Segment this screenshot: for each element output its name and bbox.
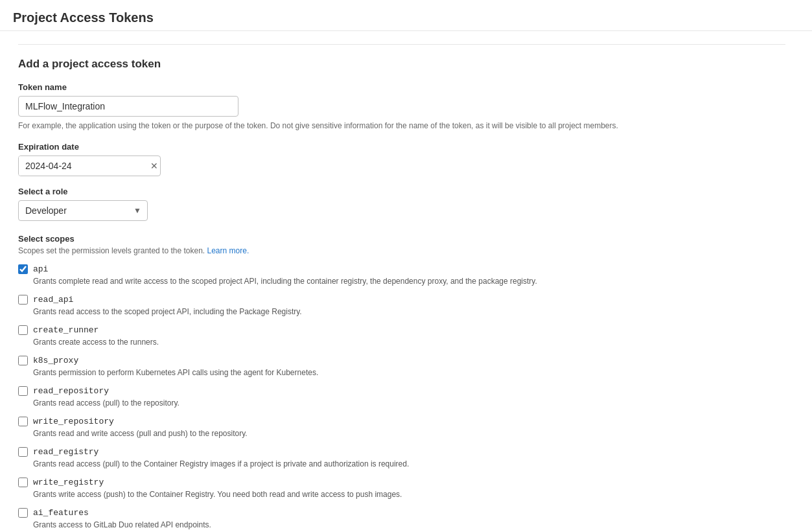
scope-label-api[interactable]: api: [33, 264, 48, 274]
scope-row-api: api: [18, 264, 785, 274]
scope-desc-create-runner: Grants create access to the runners.: [33, 336, 785, 348]
scope-item-read-api: read_api Grants read access to the scope…: [18, 295, 785, 317]
scope-label-read-registry[interactable]: read_registry: [33, 447, 99, 457]
scope-checkbox-ai-features[interactable]: [18, 508, 28, 518]
token-name-input[interactable]: [18, 96, 238, 117]
scope-label-write-repository[interactable]: write_repository: [33, 417, 114, 426]
scope-row-ai-features: ai_features: [18, 508, 785, 518]
role-group: Select a role Guest Reporter Developer M…: [18, 187, 785, 221]
scope-item-write-registry: write_registry Grants write access (push…: [18, 478, 785, 500]
scope-desc-read-registry: Grants read access (pull) to the Contain…: [33, 458, 785, 470]
scope-row-read-registry: read_registry: [18, 447, 785, 457]
divider: [18, 44, 785, 45]
scope-item-api: api Grants complete read and write acces…: [18, 264, 785, 287]
section-title: Add a project access token: [18, 58, 785, 71]
scope-row-read-repository: read_repository: [18, 386, 785, 396]
scope-checkbox-write-registry[interactable]: [18, 478, 28, 487]
expiration-date-group: Expiration date ✕: [18, 142, 785, 176]
expiration-date-input[interactable]: [19, 156, 145, 176]
scopes-section: Select scopes Scopes set the permission …: [18, 234, 785, 530]
scope-desc-read-repository: Grants read access (pull) to the reposit…: [33, 397, 785, 409]
role-select-wrapper: Guest Reporter Developer Maintainer Owne…: [18, 200, 148, 221]
form-container: Add a project access token Token name Fo…: [0, 31, 804, 530]
token-name-label: Token name: [18, 82, 785, 92]
scope-item-create-runner: create_runner Grants create access to th…: [18, 325, 785, 348]
token-name-group: Token name For example, the application …: [18, 82, 785, 132]
scope-label-read-api[interactable]: read_api: [33, 295, 73, 305]
page-header: Project Access Tokens: [0, 0, 812, 31]
scope-checkbox-write-repository[interactable]: [18, 417, 28, 426]
scope-row-write-repository: write_repository: [18, 417, 785, 426]
scope-checkbox-create-runner[interactable]: [18, 325, 28, 335]
scope-label-read-repository[interactable]: read_repository: [33, 386, 109, 396]
scope-checkbox-k8s-proxy[interactable]: [18, 356, 28, 365]
scope-row-write-registry: write_registry: [18, 478, 785, 487]
scope-item-read-registry: read_registry Grants read access (pull) …: [18, 447, 785, 470]
date-input-wrapper: ✕: [18, 156, 161, 176]
role-label: Select a role: [18, 187, 785, 196]
scope-label-create-runner[interactable]: create_runner: [33, 325, 99, 335]
scope-label-k8s-proxy[interactable]: k8s_proxy: [33, 356, 78, 365]
scope-item-ai-features: ai_features Grants access to GitLab Duo …: [18, 508, 785, 530]
scope-row-read-api: read_api: [18, 295, 785, 305]
scope-desc-write-registry: Grants write access (push) to the Contai…: [33, 489, 785, 500]
token-name-hint: For example, the application using the t…: [18, 120, 783, 132]
scope-checkbox-read-api[interactable]: [18, 295, 28, 305]
page-title: Project Access Tokens: [13, 10, 799, 25]
scope-item-read-repository: read_repository Grants read access (pull…: [18, 386, 785, 409]
scope-label-ai-features[interactable]: ai_features: [33, 508, 89, 518]
scope-item-k8s-proxy: k8s_proxy Grants permission to perform K…: [18, 356, 785, 378]
scope-checkbox-read-repository[interactable]: [18, 386, 28, 396]
scope-desc-api: Grants complete read and write access to…: [33, 275, 785, 287]
scopes-hint: Scopes set the permission levels granted…: [18, 246, 785, 255]
scopes-title: Select scopes: [18, 234, 785, 244]
scope-checkbox-read-registry[interactable]: [18, 447, 28, 457]
learn-more-link[interactable]: Learn more.: [207, 246, 249, 255]
scope-desc-ai-features: Grants access to GitLab Duo related API …: [33, 519, 785, 530]
scope-row-k8s-proxy: k8s_proxy: [18, 356, 785, 365]
scope-checkbox-api[interactable]: [18, 264, 28, 274]
scope-item-write-repository: write_repository Grants read and write a…: [18, 417, 785, 439]
scopes-hint-text: Scopes set the permission levels granted…: [18, 246, 205, 255]
scope-desc-read-api: Grants read access to the scoped project…: [33, 306, 785, 317]
clear-date-button[interactable]: ✕: [145, 161, 161, 171]
role-select[interactable]: Guest Reporter Developer Maintainer Owne…: [18, 200, 148, 221]
expiration-date-label: Expiration date: [18, 142, 785, 152]
scope-label-write-registry[interactable]: write_registry: [33, 478, 104, 487]
scope-row-create-runner: create_runner: [18, 325, 785, 335]
scope-desc-k8s-proxy: Grants permission to perform Kubernetes …: [33, 367, 785, 378]
scope-desc-write-repository: Grants read and write access (pull and p…: [33, 428, 785, 439]
